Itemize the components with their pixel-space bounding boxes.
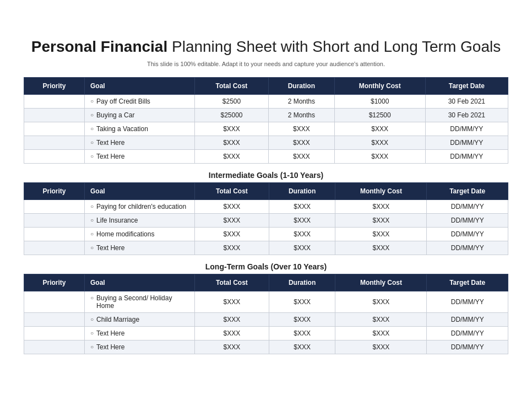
bullet-icon: ○ (90, 245, 94, 251)
intermediate-section: Intermediate Goals (1-10 Years) Priority… (24, 167, 508, 255)
duration-cell: $XXX (269, 291, 335, 313)
goal-text: Taking a Vacation (96, 125, 148, 133)
subtitle: This slide is 100% editable. Adapt it to… (24, 61, 508, 67)
target-date-cell: DD/MM/YY (425, 122, 508, 136)
total-cost-cell: $XXX (195, 136, 269, 150)
duration-cell: 2 Months (268, 95, 334, 109)
goal-cell: ○Text Here (85, 340, 195, 354)
duration-cell: 2 Months (268, 109, 334, 122)
goal-cell: ○Home modifications (85, 228, 195, 241)
priority-cell (24, 109, 85, 122)
duration-cell: $XXX (269, 340, 335, 354)
goal-cell: ○Text Here (85, 150, 195, 164)
total-cost-cell: $XXX (195, 291, 269, 313)
lt-header-target-date: Target Date (427, 274, 508, 291)
lt-header-priority: Priority (24, 274, 85, 291)
goal-cell: ○Text Here (85, 327, 195, 340)
lt-header-monthly-cost: Monthly Cost (335, 274, 427, 291)
monthly-cost-cell: $XXX (335, 228, 427, 241)
goal-text: Text Here (96, 153, 124, 160)
target-date-cell: DD/MM/YY (425, 150, 508, 164)
bullet-icon: ○ (90, 112, 94, 118)
monthly-cost-cell: $XXX (335, 291, 427, 313)
goal-cell: ○Buying a Second/ Holiday Home (85, 291, 195, 313)
target-date-cell: DD/MM/YY (427, 291, 508, 313)
table-row: ○Home modifications$XXX$XXX$XXXDD/MM/YY (24, 228, 508, 241)
bullet-icon: ○ (90, 231, 94, 237)
long-term-section: Long-Term Goals (Over 10 Years) Priority… (24, 258, 508, 354)
short-term-header-monthly-cost: Monthly Cost (334, 78, 425, 95)
priority-cell (24, 95, 85, 109)
target-date-cell: 30 Feb 2021 (425, 95, 508, 109)
priority-cell (24, 200, 85, 214)
target-date-cell: DD/MM/YY (427, 228, 508, 241)
target-date-cell: DD/MM/YY (427, 327, 508, 340)
priority-cell (24, 150, 85, 164)
total-cost-cell: $XXX (195, 214, 269, 228)
table-row: ○Child Marriage$XXX$XXX$XXXDD/MM/YY (24, 313, 508, 327)
table-row: ○Buying a Second/ Holiday Home$XXX$XXX$X… (24, 291, 508, 313)
inter-header-total-cost: Total Cost (195, 183, 269, 200)
priority-cell (24, 340, 85, 354)
title-block: Personal Financial Planning Sheet with S… (24, 37, 508, 56)
goal-cell: ○Buying a Car (85, 109, 195, 122)
monthly-cost-cell: $XXX (335, 327, 427, 340)
goal-text: Home modifications (96, 230, 154, 238)
duration-cell: $XXX (269, 313, 335, 327)
duration-cell: $XXX (268, 150, 334, 164)
priority-cell (24, 136, 85, 150)
total-cost-cell: $XXX (195, 340, 269, 354)
monthly-cost-cell: $XXX (335, 200, 427, 214)
table-row: ○Text Here$XXX$XXX$XXXDD/MM/YY (24, 241, 508, 255)
target-date-cell: DD/MM/YY (427, 241, 508, 255)
goal-text: Buying a Car (96, 111, 134, 119)
goal-text: Buying a Second/ Holiday Home (96, 294, 189, 310)
short-term-header-target-date: Target Date (425, 78, 508, 95)
target-date-cell: DD/MM/YY (425, 136, 508, 150)
short-term-header-total-cost: Total Cost (195, 78, 269, 95)
priority-cell (24, 291, 85, 313)
table-row: ○Paying for children's education$XXX$XXX… (24, 200, 508, 214)
target-date-cell: DD/MM/YY (427, 214, 508, 228)
duration-cell: $XXX (268, 136, 334, 150)
priority-cell (24, 313, 85, 327)
goal-cell: ○Life Insurance (85, 214, 195, 228)
long-term-section-label: Long-Term Goals (Over 10 Years) (24, 258, 508, 274)
title-bold: Personal Financial (31, 38, 167, 55)
goal-text: Pay off Credit Bills (96, 98, 150, 105)
short-term-header-goal: Goal (85, 78, 195, 95)
duration-cell: $XXX (269, 214, 335, 228)
goal-text: Text Here (96, 343, 124, 351)
page-container: Personal Financial Planning Sheet with S… (2, 26, 530, 374)
monthly-cost-cell: $12500 (334, 109, 425, 122)
intermediate-section-label: Intermediate Goals (1-10 Years) (24, 167, 508, 182)
table-row: ○Life Insurance$XXX$XXX$XXXDD/MM/YY (24, 214, 508, 228)
total-cost-cell: $XXX (195, 200, 269, 214)
short-term-section: Priority Goal Total Cost Duration Monthl… (24, 77, 508, 164)
goal-cell: ○Text Here (85, 136, 195, 150)
table-row: ○Taking a Vacation$XXX$XXX$XXXDD/MM/YY (24, 122, 508, 136)
intermediate-table: Priority Goal Total Cost Duration Monthl… (24, 182, 508, 255)
goal-cell: ○Child Marriage (85, 313, 195, 327)
bullet-icon: ○ (90, 126, 94, 132)
total-cost-cell: $XXX (195, 327, 269, 340)
table-row: ○Buying a Car$250002 Months$1250030 Feb … (24, 109, 508, 122)
monthly-cost-cell: $XXX (334, 122, 425, 136)
duration-cell: $XXX (268, 122, 334, 136)
table-row: ○Text Here$XXX$XXX$XXXDD/MM/YY (24, 136, 508, 150)
target-date-cell: DD/MM/YY (427, 340, 508, 354)
priority-cell (24, 228, 85, 241)
bullet-icon: ○ (90, 139, 94, 145)
table-row: ○Pay off Credit Bills$25002 Months$10003… (24, 95, 508, 109)
monthly-cost-cell: $XXX (334, 150, 425, 164)
inter-header-priority: Priority (24, 183, 85, 200)
table-row: ○Text Here$XXX$XXX$XXXDD/MM/YY (24, 150, 508, 164)
priority-cell (24, 241, 85, 255)
inter-header-monthly-cost: Monthly Cost (335, 183, 427, 200)
total-cost-cell: $XXX (195, 228, 269, 241)
goal-text: Life Insurance (96, 217, 138, 224)
goal-cell: ○Taking a Vacation (85, 122, 195, 136)
total-cost-cell: $XXX (195, 241, 269, 255)
goal-text: Child Marriage (96, 316, 139, 323)
total-cost-cell: $25000 (195, 109, 269, 122)
